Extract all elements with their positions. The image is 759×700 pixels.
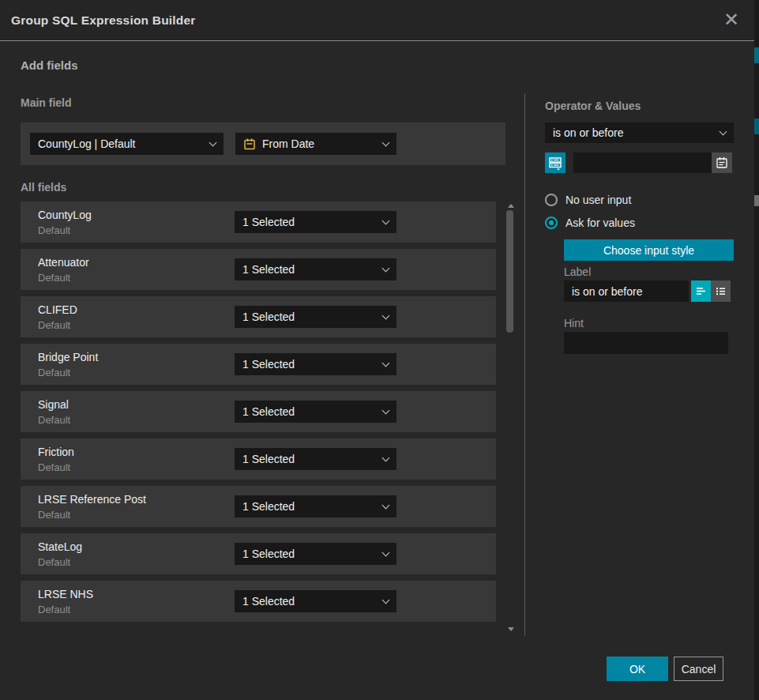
field-subtitle: Default: [38, 319, 70, 331]
field-row: Signal Default 1 Selected: [21, 391, 496, 432]
label-label: Label: [564, 265, 591, 278]
chevron-down-icon: [382, 311, 390, 319]
field-values-select[interactable]: 1 Selected: [235, 495, 396, 517]
field-subtitle: Default: [38, 604, 70, 615]
screen-edge-strip: [754, 0, 759, 700]
radio-ask-for-values[interactable]: Ask for values: [545, 216, 635, 229]
layer-select[interactable]: CountyLog | Default: [30, 133, 224, 155]
group-sql-expression-builder-dialog: Group SQL Expression Builder ✕ Add field…: [0, 0, 759, 700]
field-row: Bridge Point Default 1 Selected: [21, 344, 496, 385]
field-values-select[interactable]: 1 Selected: [235, 543, 396, 565]
dialog-titlebar: Group SQL Expression Builder ✕: [0, 0, 754, 41]
panel-divider: [524, 93, 525, 636]
hint-label: Hint: [564, 317, 584, 329]
chevron-down-icon: [382, 406, 390, 414]
date-picker-button[interactable]: [712, 152, 732, 173]
field-subtitle: Default: [38, 461, 70, 473]
chevron-down-icon: [382, 138, 390, 146]
main-field-panel: CountyLog | Default From Date: [21, 122, 505, 165]
chevron-down-icon: [382, 453, 390, 461]
operator-select[interactable]: is on or before: [545, 122, 734, 143]
radio-unchecked-icon: [545, 194, 558, 206]
single-input-style-button[interactable]: [691, 280, 711, 302]
list-scrollbar[interactable]: [505, 202, 516, 633]
field-name: LRSE NHS: [38, 588, 93, 600]
all-fields-list: CountyLog Default 1 Selected Attenuator …: [21, 201, 496, 628]
field-row: StateLog Default 1 Selected: [21, 533, 496, 574]
close-icon[interactable]: ✕: [723, 12, 740, 29]
edge-fragment: [754, 119, 759, 134]
field-values-select[interactable]: 1 Selected: [235, 590, 396, 612]
layer-select-value: CountyLog | Default: [38, 137, 210, 150]
field-row: LRSE NHS Default 1 Selected: [21, 581, 496, 622]
field-name: CountyLog: [38, 209, 92, 221]
operator-values-heading: Operator & Values: [545, 100, 641, 112]
value-input[interactable]: [573, 152, 712, 173]
field-name: Attenuator: [38, 256, 89, 269]
value-input-row: [545, 152, 734, 173]
field-subtitle: Default: [38, 414, 70, 426]
main-field-label: Main field: [21, 96, 72, 109]
radio-no-user-input[interactable]: No user input: [545, 194, 631, 206]
edge-fragment: [754, 195, 759, 206]
bulleted-list-icon: [714, 284, 727, 298]
list-input-style-button[interactable]: [711, 280, 731, 302]
edge-fragment: [754, 47, 759, 63]
label-input[interactable]: [564, 280, 689, 302]
scroll-down-icon[interactable]: [508, 627, 514, 631]
add-fields-heading: Add fields: [21, 58, 78, 72]
field-row: LRSE Reference Post Default 1 Selected: [21, 486, 496, 527]
value-source-button[interactable]: [545, 152, 565, 173]
field-name: Bridge Point: [38, 351, 98, 363]
operator-select-value: is on or before: [553, 126, 720, 139]
ok-button[interactable]: OK: [607, 657, 668, 681]
unique-values-icon: [547, 155, 563, 171]
field-name: Friction: [38, 446, 74, 458]
chevron-down-icon: [720, 127, 727, 135]
field-subtitle: Default: [38, 556, 70, 568]
chevron-down-icon: [382, 596, 390, 604]
hint-input[interactable]: [564, 332, 728, 354]
main-field-select[interactable]: From Date: [235, 133, 396, 155]
radio-checked-icon: [545, 216, 558, 229]
field-row: CLIFED Default 1 Selected: [21, 296, 496, 337]
field-subtitle: Default: [38, 509, 70, 521]
field-values-select[interactable]: 1 Selected: [235, 306, 396, 328]
field-name: LRSE Reference Post: [38, 493, 146, 506]
field-values-select[interactable]: 1 Selected: [235, 448, 396, 470]
field-values-select[interactable]: 1 Selected: [235, 401, 396, 423]
align-left-icon: [694, 284, 708, 298]
scrollbar-thumb[interactable]: [506, 210, 513, 333]
chevron-down-icon: [382, 216, 390, 224]
field-subtitle: Default: [38, 224, 70, 236]
field-name: CLIFED: [38, 303, 77, 316]
field-name: Signal: [38, 398, 69, 411]
field-subtitle: Default: [38, 367, 70, 378]
dialog-title: Group SQL Expression Builder: [11, 13, 196, 28]
field-values-select[interactable]: 1 Selected: [235, 353, 396, 375]
main-field-select-value: From Date: [262, 137, 383, 150]
field-row: CountyLog Default 1 Selected: [21, 201, 496, 243]
field-name: StateLog: [38, 540, 82, 553]
chevron-down-icon: [382, 548, 390, 556]
date-field-icon: [243, 137, 256, 150]
field-values-select[interactable]: 1 Selected: [235, 258, 396, 280]
field-subtitle: Default: [38, 272, 70, 284]
cancel-button[interactable]: Cancel: [674, 657, 723, 681]
field-row: Friction Default 1 Selected: [21, 438, 496, 480]
chevron-down-icon: [382, 359, 390, 367]
chevron-down-icon: [382, 264, 390, 272]
all-fields-label: All fields: [21, 181, 66, 194]
field-row: Attenuator Default 1 Selected: [21, 249, 496, 290]
calendar-icon: [715, 156, 729, 170]
scroll-up-icon[interactable]: [508, 204, 514, 208]
chevron-down-icon: [209, 138, 217, 146]
field-values-select[interactable]: 1 Selected: [235, 211, 396, 233]
choose-input-style-button[interactable]: Choose input style: [564, 239, 734, 261]
chevron-down-icon: [382, 501, 390, 509]
